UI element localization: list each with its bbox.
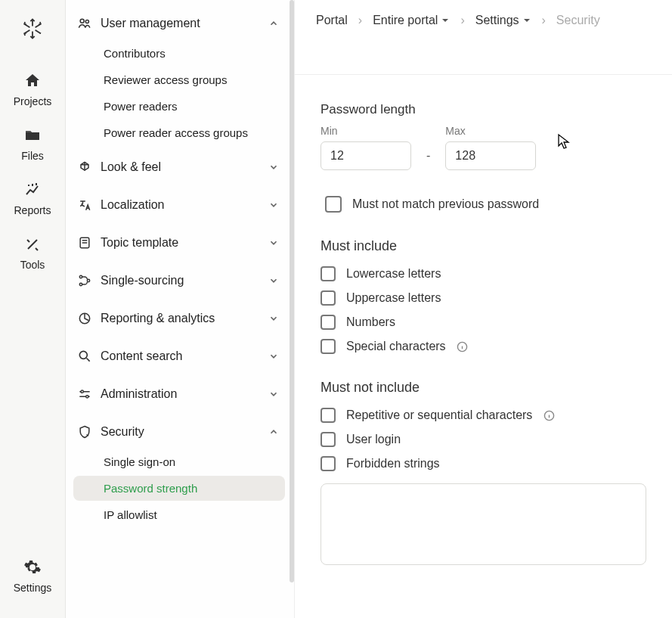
section-label: Look & feel <box>101 160 268 174</box>
section-label: Administration <box>101 387 268 401</box>
sidebar-item-contributors[interactable]: Contributors <box>73 41 285 66</box>
checkbox[interactable] <box>321 315 336 330</box>
scrollbar[interactable] <box>290 0 294 582</box>
rail-label: Projects <box>14 95 52 107</box>
checkbox[interactable] <box>321 432 336 447</box>
shield-icon <box>76 424 93 440</box>
app-logo-icon <box>17 14 48 44</box>
password-min-input[interactable] <box>321 141 411 170</box>
forbidden-strings-textarea[interactable] <box>321 483 646 565</box>
checkbox[interactable] <box>321 456 336 471</box>
check-numbers[interactable]: Numbers <box>321 315 646 330</box>
sidebar-item-sso[interactable]: Single sign-on <box>73 449 285 474</box>
check-label: User login <box>346 433 401 446</box>
sidebar-item-power-reader-groups[interactable]: Power reader access groups <box>73 120 285 145</box>
section-label: Security <box>101 425 268 439</box>
breadcrumb-portal[interactable]: Portal <box>316 14 348 27</box>
check-label: Repetitive or sequential characters <box>346 408 532 422</box>
sidebar-section-localization[interactable]: Localization <box>70 189 288 221</box>
settings-sidebar: User management Contributors Reviewer ac… <box>66 0 295 618</box>
sidebar-section-security[interactable]: Security <box>70 416 288 448</box>
rail-label: Tools <box>20 259 45 271</box>
chevron-down-icon <box>268 238 280 248</box>
tools-icon <box>23 234 42 254</box>
svg-point-7 <box>79 351 87 359</box>
checkbox[interactable] <box>325 196 342 213</box>
sidebar-section-topic-template[interactable]: Topic template <box>70 227 288 259</box>
password-max-input[interactable] <box>445 141 536 170</box>
password-length-row: Min - Max <box>321 125 646 170</box>
rail-reports[interactable]: Reports <box>0 171 65 225</box>
breadcrumb-label: Entire portal <box>373 14 438 27</box>
info-icon[interactable] <box>457 340 469 352</box>
max-label: Max <box>445 125 536 137</box>
min-label: Min <box>321 125 411 137</box>
svg-point-5 <box>87 279 89 281</box>
must-include-title: Must include <box>321 238 646 254</box>
breadcrumb-separator: › <box>358 14 362 27</box>
rail-settings[interactable]: Settings <box>0 548 65 603</box>
breadcrumb-entire-portal[interactable]: Entire portal <box>373 14 450 27</box>
check-label: Numbers <box>346 315 395 329</box>
check-no-match-previous[interactable]: Must not match previous password <box>325 196 646 213</box>
breadcrumb-separator: › <box>542 14 546 27</box>
check-label: Must not match previous password <box>352 197 539 211</box>
section-label: Localization <box>101 198 268 212</box>
check-user-login[interactable]: User login <box>321 432 646 447</box>
gear-icon <box>23 557 42 577</box>
checkbox[interactable] <box>321 339 336 354</box>
breadcrumb: Portal › Entire portal › Settings › Secu… <box>295 0 672 41</box>
check-uppercase[interactable]: Uppercase letters <box>321 290 646 306</box>
password-length-title: Password length <box>321 102 646 117</box>
check-lowercase[interactable]: Lowercase letters <box>321 266 646 281</box>
check-special[interactable]: Special characters <box>321 339 646 354</box>
breadcrumb-label: Security <box>556 14 600 27</box>
checkbox[interactable] <box>321 290 336 306</box>
rail-tools[interactable]: Tools <box>0 225 65 280</box>
check-forbidden[interactable]: Forbidden strings <box>321 456 646 471</box>
sidebar-section-reporting[interactable]: Reporting & analytics <box>70 303 288 334</box>
breadcrumb-separator: › <box>460 14 464 27</box>
sidebar-section-user-management[interactable]: User management <box>70 8 288 39</box>
checkbox[interactable] <box>321 266 336 281</box>
rail-projects[interactable]: Projects <box>0 62 65 116</box>
sidebar-section-single-sourcing[interactable]: Single-sourcing <box>70 265 288 297</box>
chevron-down-icon <box>268 389 280 399</box>
content-area: Password length Min - Max Must not match… <box>295 75 672 565</box>
chevron-down-icon <box>268 351 280 362</box>
breadcrumb-label: Settings <box>475 14 519 27</box>
sidebar-section-administration[interactable]: Administration <box>70 378 288 410</box>
users-icon <box>76 15 93 32</box>
rail-files[interactable]: Files <box>0 116 65 171</box>
chevron-down-icon <box>268 200 280 210</box>
rail-label: Settings <box>14 582 52 594</box>
section-label: Reporting & analytics <box>101 312 268 325</box>
svg-point-8 <box>81 390 83 393</box>
chevron-down-icon <box>268 313 280 324</box>
info-icon[interactable] <box>543 409 555 421</box>
svg-point-9 <box>86 396 88 398</box>
sidebar-item-password-strength[interactable]: Password strength <box>73 476 285 501</box>
check-label: Special characters <box>346 340 446 353</box>
sidebar-item-ip-allowlist[interactable]: IP allowlist <box>73 502 285 527</box>
sidebar-section-look-feel[interactable]: Look & feel <box>70 151 288 183</box>
breadcrumb-settings[interactable]: Settings <box>475 14 531 27</box>
check-repetitive[interactable]: Repetitive or sequential characters <box>321 408 646 423</box>
sidebar-item-power-readers[interactable]: Power readers <box>73 94 285 119</box>
check-label: Forbidden strings <box>346 457 440 470</box>
folder-icon <box>23 126 42 145</box>
check-label: Uppercase letters <box>346 291 441 305</box>
svg-point-4 <box>79 283 82 285</box>
svg-point-1 <box>85 20 88 23</box>
main-panel: Portal › Entire portal › Settings › Secu… <box>295 0 672 618</box>
sidebar-section-content-search[interactable]: Content search <box>70 340 288 372</box>
breadcrumb-label: Portal <box>316 14 348 27</box>
checkbox[interactable] <box>321 408 336 423</box>
localization-icon <box>76 197 93 213</box>
section-label: User management <box>101 17 268 30</box>
section-label: Topic template <box>101 236 268 250</box>
rail-label: Reports <box>14 204 51 216</box>
must-not-include-title: Must not include <box>321 380 646 396</box>
section-label: Single-sourcing <box>101 274 268 287</box>
sidebar-item-reviewer-groups[interactable]: Reviewer access groups <box>73 67 285 92</box>
